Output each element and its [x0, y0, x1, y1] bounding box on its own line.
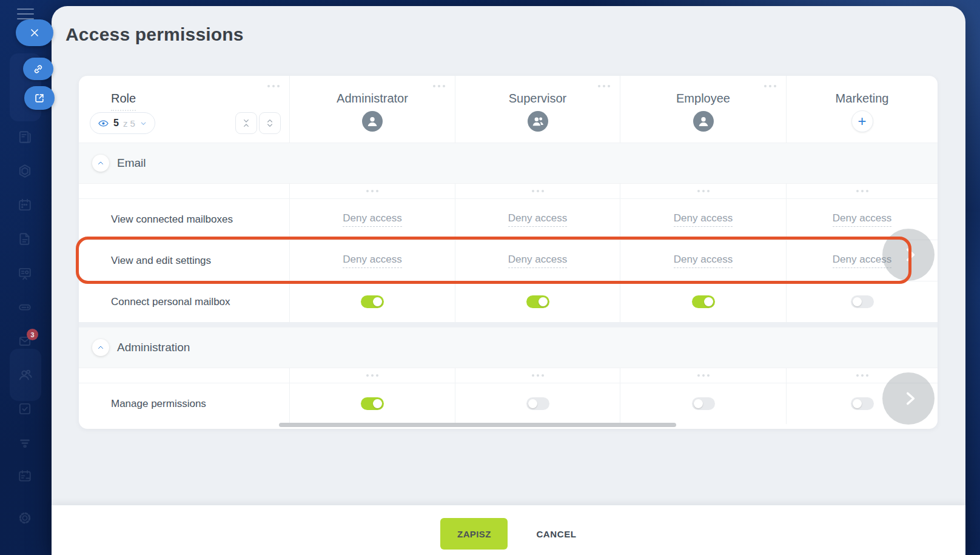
save-button[interactable]: ZAPISZ [440, 518, 508, 550]
chevron-up-icon [97, 160, 104, 167]
chevron-down-icon [139, 119, 147, 127]
access-level-select[interactable]: Deny access [508, 212, 567, 227]
team-icon[interactable] [16, 366, 33, 383]
collapse-all-button[interactable] [235, 112, 257, 134]
tasks-icon[interactable] [16, 400, 33, 417]
drag-dots-icon[interactable] [366, 190, 378, 192]
chevron-up-icon [97, 344, 104, 351]
hexagon-icon[interactable] [16, 163, 33, 180]
toggle-on[interactable] [526, 295, 549, 308]
drag-dots-icon[interactable] [532, 190, 544, 192]
collapse-section-button[interactable] [92, 155, 109, 172]
permission-label: Manage permissions [79, 383, 289, 424]
access-level-select[interactable]: Deny access [343, 254, 401, 268]
section-administration: Administration [79, 327, 938, 368]
scroll-right-button[interactable] [882, 372, 935, 425]
toggle-on[interactable] [692, 295, 715, 308]
drag-handle-row [79, 184, 938, 198]
access-level-select[interactable]: Deny access [833, 212, 891, 227]
settings-gear-icon[interactable] [16, 510, 33, 526]
drive-icon[interactable] [16, 298, 33, 315]
external-link-icon[interactable] [24, 86, 55, 110]
permission-label: View connected mailboxes [79, 199, 289, 240]
drag-dots-icon[interactable] [856, 190, 868, 192]
toggle-off[interactable] [851, 295, 874, 308]
permission-label: View and edit settings [79, 240, 289, 281]
menu-icon[interactable] [17, 7, 34, 21]
permissions-table: Role 5 z 5 Adminis [79, 76, 938, 429]
planner-icon[interactable] [16, 468, 33, 485]
section-label: Administration [117, 341, 190, 354]
access-permissions-modal: Access permissions Role 5 z 5 [52, 6, 965, 555]
drag-dots-icon[interactable] [697, 190, 710, 192]
access-level-select[interactable]: Deny access [508, 254, 567, 268]
toggle-on[interactable] [361, 397, 384, 410]
feed-icon[interactable] [16, 129, 33, 146]
toggle-on[interactable] [361, 295, 384, 308]
modal-footer: ZAPISZ CANCEL [52, 505, 965, 555]
access-level-select[interactable]: Deny access [674, 254, 733, 268]
permission-row: Connect personal mailbox [79, 281, 938, 322]
eye-icon [98, 118, 109, 129]
single-user-avatar-icon [362, 111, 383, 132]
role-column-employee[interactable]: Employee [620, 76, 786, 143]
toggle-off[interactable] [526, 397, 549, 410]
section-email: Email [79, 143, 938, 184]
column-menu-icon[interactable] [598, 85, 610, 87]
permission-row: View connected mailboxes Deny access Den… [79, 198, 938, 240]
presentation-icon[interactable] [16, 265, 33, 282]
role-header-cell: Role 5 z 5 [79, 76, 289, 143]
add-role-button[interactable]: + [851, 110, 873, 132]
toggle-off[interactable] [851, 397, 874, 410]
visible-count: 5 [113, 118, 119, 129]
permission-row-highlighted: View and edit settings Deny access Deny … [79, 240, 938, 281]
table-header-row: Role 5 z 5 Adminis [79, 76, 938, 143]
column-menu-icon[interactable] [764, 85, 776, 87]
document-icon[interactable] [16, 230, 33, 247]
sidebar: 3 [0, 0, 52, 555]
page-title: Access permissions [65, 24, 244, 45]
role-column-title: Role [111, 92, 136, 111]
filter-icon[interactable] [16, 434, 33, 451]
section-gap [79, 322, 938, 327]
multi-user-avatar-icon [528, 111, 548, 132]
permission-label: Connect personal mailbox [79, 281, 289, 322]
access-level-select[interactable]: Deny access [674, 212, 733, 227]
column-menu-icon[interactable] [267, 85, 280, 87]
calendar-icon[interactable] [16, 197, 33, 214]
permission-row: Manage permissions [79, 383, 938, 424]
scroll-right-button[interactable] [882, 229, 935, 281]
chevron-right-icon [902, 391, 918, 406]
drag-dots-icon[interactable] [366, 374, 378, 377]
visible-roles-filter[interactable]: 5 z 5 [90, 112, 155, 134]
column-menu-icon[interactable] [433, 85, 445, 87]
close-icon[interactable] [16, 19, 53, 46]
section-label: Email [117, 156, 146, 170]
horizontal-scrollbar[interactable] [279, 423, 676, 427]
app-screen: 3 Access permissions Role [0, 0, 980, 555]
visible-total: z 5 [123, 118, 135, 129]
collapse-section-button[interactable] [92, 339, 109, 356]
single-user-avatar-icon [693, 111, 714, 132]
link-icon[interactable] [23, 58, 53, 80]
drag-dots-icon[interactable] [697, 374, 710, 377]
chevron-right-icon [902, 247, 918, 263]
expand-all-button[interactable] [259, 112, 281, 134]
role-column-supervisor[interactable]: Supervisor [455, 76, 620, 143]
cancel-button[interactable]: CANCEL [536, 529, 576, 539]
role-column-administrator[interactable]: Administrator [289, 76, 455, 143]
toggle-off[interactable] [692, 397, 715, 410]
drag-dots-icon[interactable] [532, 374, 544, 377]
role-column-marketing[interactable]: Marketing + [786, 76, 938, 143]
drag-dots-icon[interactable] [856, 374, 868, 377]
mail-badge: 3 [27, 329, 38, 340]
drag-handle-row [79, 368, 938, 383]
access-level-select[interactable]: Deny access [343, 212, 401, 227]
